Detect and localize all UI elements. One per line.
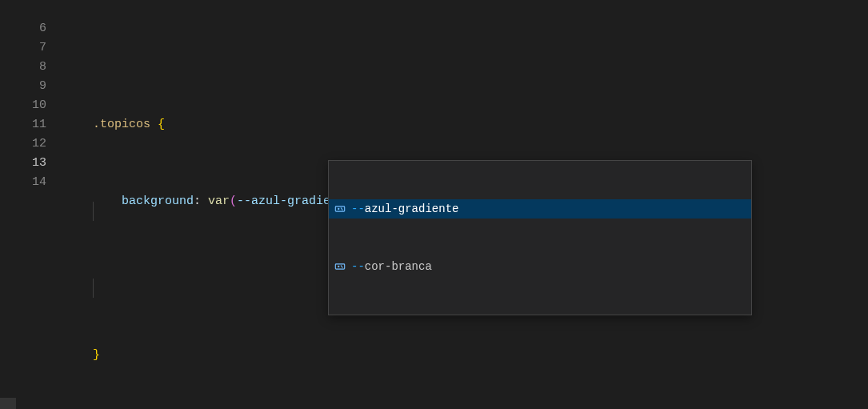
code-line[interactable]: .topicos {	[64, 115, 868, 134]
code-line[interactable]: }	[64, 346, 868, 365]
autocomplete-item[interactable]: --cor-branca	[329, 257, 751, 276]
line-number	[0, 0, 46, 19]
css-function: var	[208, 192, 230, 211]
autocomplete-item[interactable]: --azul-gradiente	[329, 199, 751, 219]
line-number-gutter: 6 7 8 9 10 11 12 13 14	[0, 0, 64, 409]
line-number: 6	[0, 19, 46, 38]
autocomplete-popup[interactable]: --azul-gradiente --cor-branca	[328, 160, 752, 315]
line-number-active: 13	[0, 154, 46, 173]
svg-point-1	[338, 208, 339, 210]
activity-bar-stub	[0, 398, 16, 409]
line-number: 9	[0, 77, 46, 96]
css-property: background	[122, 192, 194, 211]
svg-rect-0	[335, 207, 344, 211]
svg-point-3	[338, 266, 339, 267]
code-area[interactable]: .topicos { background: var(--azul-gradie…	[64, 0, 868, 409]
line-number: 7	[0, 38, 46, 58]
variable-icon	[334, 202, 346, 215]
line-number: 8	[0, 58, 46, 77]
line-number: 14	[0, 173, 46, 192]
autocomplete-label: --cor-branca	[351, 257, 432, 276]
line-number: 12	[0, 134, 46, 154]
line-number: 10	[0, 96, 46, 115]
code-editor[interactable]: 6 7 8 9 10 11 12 13 14 .topicos { backgr…	[0, 0, 868, 409]
css-selector: .topicos	[93, 115, 150, 134]
brace-open: {	[150, 115, 165, 134]
autocomplete-label: --azul-gradiente	[351, 199, 458, 219]
svg-rect-2	[335, 264, 344, 269]
paren-open: (	[230, 192, 237, 211]
code-line[interactable]	[64, 38, 868, 58]
variable-icon	[334, 260, 346, 273]
brace-close: }	[93, 346, 100, 365]
line-number: 11	[0, 115, 46, 134]
colon: :	[194, 192, 208, 211]
